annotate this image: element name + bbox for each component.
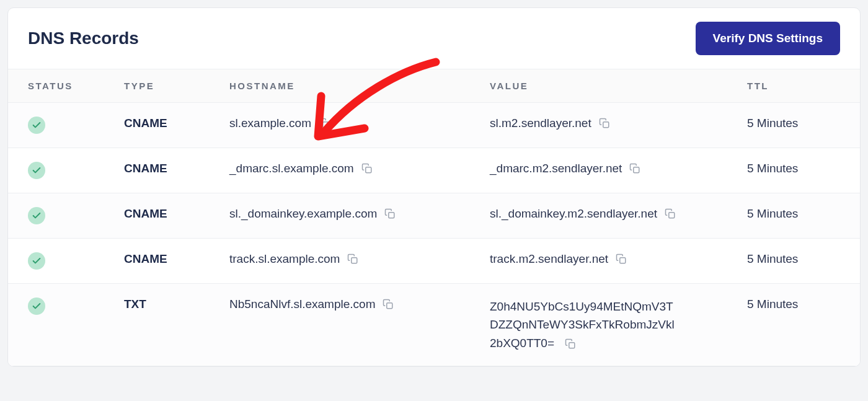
hostname-cell: _dmarc.sl.example.com [229, 162, 354, 175]
svg-rect-2 [365, 167, 371, 173]
status-ok-icon [28, 207, 45, 224]
copy-icon[interactable] [360, 162, 374, 175]
copy-icon[interactable] [564, 337, 577, 351]
ttl-cell: 5 Minutes [747, 297, 798, 311]
ttl-cell: 5 Minutes [747, 117, 798, 130]
table-row: CNAME track.sl.example.com track.m2.send… [8, 239, 860, 284]
card-header: DNS Records Verify DNS Settings [8, 8, 860, 69]
hostname-cell: sl._domainkey.example.com [229, 207, 377, 221]
table-header-row: STATUS TYPE HOSTNAME VALUE TTL [8, 69, 860, 103]
status-ok-icon [28, 297, 45, 315]
copy-icon[interactable] [628, 162, 642, 175]
hostname-cell: sl.example.com [229, 117, 311, 130]
status-ok-icon [28, 117, 45, 134]
ttl-cell: 5 Minutes [747, 162, 798, 175]
value-cell: sl.m2.sendlayer.net [490, 117, 591, 130]
status-ok-icon [28, 252, 45, 270]
table-row: CNAME sl._domainkey.example.com sl._doma… [8, 193, 860, 239]
th-hostname: HOSTNAME [229, 81, 490, 91]
svg-rect-8 [387, 303, 392, 309]
copy-icon[interactable] [346, 252, 360, 266]
th-status: STATUS [28, 81, 124, 91]
copy-icon[interactable] [663, 207, 677, 221]
svg-rect-6 [352, 258, 357, 263]
ttl-cell: 5 Minutes [747, 207, 798, 220]
copy-icon[interactable] [598, 117, 611, 130]
table-row: TXT Nb5ncaNlvf.sl.example.com Z0h4NU5YbC… [8, 284, 860, 366]
table-row: CNAME _dmarc.sl.example.com _dmarc.m2.se… [8, 148, 860, 193]
th-value: VALUE [490, 81, 735, 91]
dns-records-card: DNS Records Verify DNS Settings STATUS T… [7, 7, 861, 367]
type-cell: CNAME [124, 207, 167, 221]
card-title: DNS Records [28, 29, 139, 48]
svg-rect-0 [323, 122, 329, 128]
type-cell: CNAME [124, 117, 167, 130]
th-ttl: TTL [747, 81, 840, 91]
copy-icon[interactable] [381, 297, 395, 311]
verify-dns-button[interactable]: Verify DNS Settings [696, 22, 840, 55]
ttl-cell: 5 Minutes [747, 252, 798, 265]
svg-rect-1 [603, 122, 608, 128]
value-cell: _dmarc.m2.sendlayer.net [490, 162, 622, 175]
svg-rect-4 [389, 213, 394, 218]
hostname-cell: track.sl.example.com [229, 252, 340, 266]
value-cell: sl._domainkey.m2.sendlayer.net [490, 207, 657, 221]
table-row: CNAME sl.example.com sl.m2.sendlayer.net… [8, 103, 860, 148]
status-ok-icon [28, 162, 45, 179]
svg-rect-3 [634, 167, 639, 173]
svg-rect-9 [569, 343, 575, 348]
copy-icon[interactable] [614, 252, 628, 266]
copy-icon[interactable] [383, 207, 397, 221]
type-cell: TXT [124, 297, 146, 311]
value-cell: Z0h4NU5YbCs1Uy94MEtNQmV3T DZZQnNTeWY3SkF… [490, 300, 675, 350]
th-type: TYPE [124, 81, 229, 91]
type-cell: CNAME [124, 162, 167, 175]
svg-rect-5 [669, 213, 675, 218]
svg-rect-7 [620, 258, 626, 263]
type-cell: CNAME [124, 252, 167, 266]
hostname-cell: Nb5ncaNlvf.sl.example.com [229, 297, 375, 311]
copy-icon[interactable] [317, 117, 331, 130]
value-cell: track.m2.sendlayer.net [490, 252, 608, 266]
